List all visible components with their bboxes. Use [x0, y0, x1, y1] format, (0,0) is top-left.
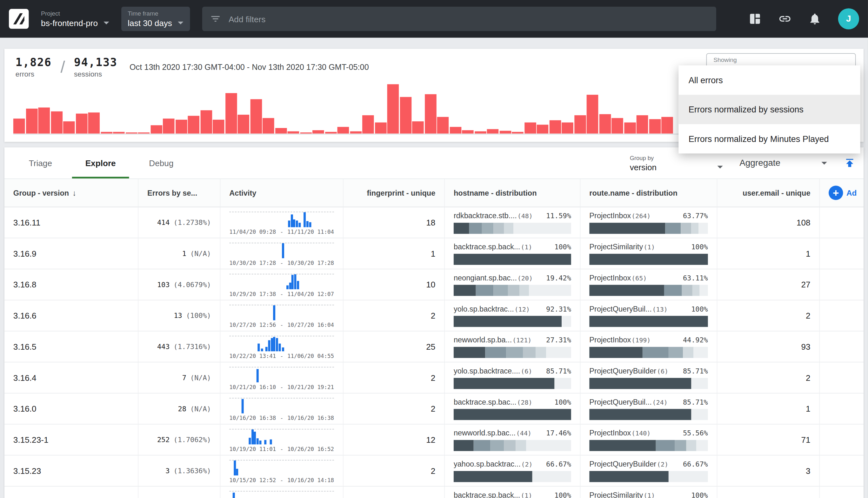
distribution-segment: [454, 471, 532, 482]
user-email-cell: 2: [717, 300, 820, 331]
user-email-cell: 108: [717, 207, 820, 238]
activity-sparkline: [229, 367, 334, 382]
route-pct: 55.56%: [679, 429, 708, 437]
column-header-user-email[interactable]: user.email - unique: [717, 179, 820, 207]
histogram-bar: [188, 116, 199, 134]
errors-pct: (1.7316%): [174, 342, 211, 351]
fingerprint-cell: 18: [344, 207, 445, 238]
hostname-name: yolo.sp.backtrac...: [454, 304, 514, 313]
hostname-bar: [454, 222, 571, 233]
activity-cell: 10/16/20 16:38 - 10/16/20 16:38: [221, 393, 343, 424]
histogram-bar: [287, 131, 299, 133]
hostname-pct: 85.71%: [542, 367, 571, 375]
link-icon[interactable]: [778, 12, 791, 25]
column-header-group-version[interactable]: Group - version: [4, 179, 138, 207]
avatar[interactable]: J: [838, 8, 859, 29]
errors-pct: (4.0679%): [174, 280, 211, 289]
dashboard-icon[interactable]: [748, 12, 762, 25]
distribution-segment: [454, 285, 476, 296]
hostname-count: (44): [516, 429, 532, 437]
route-bar: [589, 409, 708, 420]
histogram-bar: [362, 115, 374, 134]
column-header-route-name[interactable]: route.name - distribution: [580, 179, 717, 207]
table-body: 3.16.11 414 (1.2738%) 11/04/20 09:28 - 1…: [4, 207, 864, 498]
table-row[interactable]: 3.15.23-1 252 (1.7062%) 10/19/20 11:01 -…: [4, 424, 864, 456]
route-pct: 63.11%: [679, 274, 708, 282]
histogram-bar: [487, 129, 499, 134]
table-row[interactable]: 3.16.4 7 (N/A) 10/21/20 16:10 - 10/21/20…: [4, 363, 864, 393]
showing-option[interactable]: All errors: [679, 65, 860, 95]
backtrace-logo-icon[interactable]: [9, 9, 29, 29]
sparkline-bar: [273, 305, 276, 320]
distribution-segment: [643, 346, 669, 358]
sparkline-bar: [257, 344, 260, 351]
user-email-cell: 27: [717, 269, 820, 300]
route-pct: 63.77%: [679, 211, 708, 220]
distribution-segment: [692, 285, 699, 296]
bell-icon[interactable]: [808, 12, 822, 25]
fingerprint-cell: 2: [344, 300, 445, 331]
route-count: (13): [652, 305, 667, 313]
showing-option[interactable]: Errors normalized by sessions: [679, 95, 860, 124]
hostname-name: newworld.sp.bac...: [454, 429, 516, 437]
sparkline-bar: [293, 220, 295, 227]
tab-debug[interactable]: Debug: [132, 147, 190, 179]
histogram-bar: [163, 118, 175, 133]
sparkline-bar: [236, 469, 238, 475]
hostname-name: newworld.sp.ba...: [454, 336, 512, 344]
histogram-bar: [125, 132, 137, 133]
sessions-stat: 94,133 sessions: [74, 55, 118, 78]
hostname-pct: 92.31%: [542, 304, 571, 313]
topbar-actions: J: [748, 8, 859, 29]
version-cell: 3.16.6: [4, 300, 138, 331]
table-row[interactable]: 3.15.23 3 (1.3636%) 10/15/20 12:52 - 10/…: [4, 456, 864, 487]
route-name: ProjectQueryBuilder: [589, 460, 656, 468]
table-row[interactable]: 3.16.8 103 (4.0679%) 10/29/20 17:38 - 11…: [4, 269, 864, 300]
route-name: ProjectInbox: [589, 274, 631, 282]
column-header-errors[interactable]: Errors by se...: [138, 179, 221, 207]
errors-cell: 1 (N/A): [138, 238, 221, 269]
activity-cell: 10/29/20 17:38 - 11/04/20 12:07: [221, 269, 343, 300]
project-selector[interactable]: Project bs-frontend-pro: [41, 10, 109, 28]
add-column-label: Ad: [846, 188, 857, 197]
errors-pct: (1.3636%): [174, 467, 211, 475]
activity-start: 10/19/20 11:01: [229, 446, 276, 452]
column-header-activity[interactable]: Activity: [221, 179, 343, 207]
tab-explore[interactable]: Explore: [69, 147, 132, 179]
hostname-cell: backtrace.sp.back... (1) 100%: [445, 238, 580, 269]
errors-cell: 414 (1.2738%): [138, 207, 221, 238]
histogram-bar: [537, 125, 549, 134]
sparkline-bar: [261, 349, 263, 351]
export-upload-icon[interactable]: [843, 157, 856, 169]
add-column-button[interactable]: Ad: [820, 179, 864, 207]
filter-icon: [210, 13, 221, 25]
column-header-fingerprint[interactable]: fingerprint - unique: [344, 179, 445, 207]
hostname-pct: 11.59%: [542, 211, 571, 220]
sparkline-bar: [296, 220, 298, 227]
distribution-segment: [589, 346, 643, 358]
column-header-hostname[interactable]: hostname - distribution: [445, 179, 580, 207]
distribution-segment: [562, 316, 571, 327]
add-filters-input[interactable]: [227, 14, 708, 24]
date-range: Oct 13th 2020 17:30 GMT-04:00 - Nov 13th…: [130, 62, 369, 71]
table-row[interactable]: 3.16.9 1 (N/A) 10/30/20 17:28 - 10/30/20…: [4, 238, 864, 269]
table-row[interactable]: 3.16.0 28 (N/A) 10/16/20 16:38 - 10/16/2…: [4, 393, 864, 425]
timeframe-selector[interactable]: Time frame last 30 days: [121, 7, 189, 31]
table-row[interactable]: 3.16.5 443 (1.7316%) 10/22/20 13:41 - 11…: [4, 331, 864, 363]
sparkline-bar: [271, 338, 273, 351]
table-controls: Group by version Aggregate: [630, 154, 864, 171]
version-cell: 3.16.4: [4, 363, 138, 393]
group-by-select[interactable]: Group by version: [630, 154, 723, 171]
histogram-bar: [312, 130, 324, 133]
table-row[interactable]: 3.15.22 1 backtrace.sp.back... (1) 100%: [4, 487, 864, 498]
tab-triage[interactable]: Triage: [12, 147, 69, 179]
table-row[interactable]: 3.16.11 414 (1.2738%) 11/04/20 09:28 - 1…: [4, 207, 864, 238]
route-name: ProjectSimilarity: [589, 242, 643, 251]
hostname-pct: 19.42%: [542, 274, 571, 282]
activity-cell: 10/27/20 12:56 - 10/27/20 16:04: [221, 300, 343, 331]
activity-sparkline: [229, 491, 334, 498]
table-row[interactable]: 3.16.6 13 (100%) 10/27/20 12:56 - 10/27/…: [4, 300, 864, 331]
filters-bar[interactable]: [202, 7, 716, 31]
aggregate-select[interactable]: Aggregate: [739, 158, 827, 168]
showing-option[interactable]: Errors normalized by Minutes Played: [679, 124, 860, 153]
